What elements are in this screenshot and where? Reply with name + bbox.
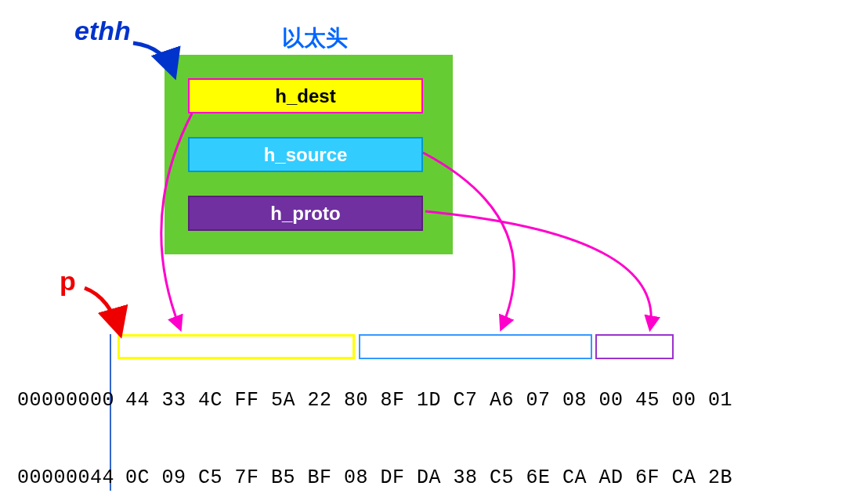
ethh-pointer-label: ethh bbox=[74, 16, 131, 46]
hex-row: 0000000044 33 4C FF 5A 22 80 8F 1D C7 A6… bbox=[17, 387, 732, 413]
field-h-proto: h_proto bbox=[188, 196, 423, 231]
ethernet-header-title: 以太头 bbox=[282, 23, 348, 53]
p-pointer-label: p bbox=[60, 266, 76, 297]
hex-offset: 00000000 bbox=[17, 387, 108, 413]
hex-dump: 0000000044 33 4C FF 5A 22 80 8F 1D C7 A6… bbox=[17, 336, 732, 504]
ethernet-header-struct: h_dest h_source h_proto bbox=[164, 55, 453, 254]
arrow-p-to-hex bbox=[85, 288, 120, 333]
hex-bytes: 0C 09 C5 7F B5 BF 08 DF DA 38 C5 6E CA A… bbox=[125, 466, 732, 489]
field-h-dest: h_dest bbox=[188, 78, 423, 113]
arrow-hproto-to-bytes bbox=[425, 211, 651, 329]
hex-offset: 00000044 bbox=[17, 465, 108, 491]
field-h-source: h_source bbox=[188, 137, 423, 172]
hex-row: 000000440C 09 C5 7F B5 BF 08 DF DA 38 C5… bbox=[17, 465, 732, 491]
hex-bytes: 44 33 4C FF 5A 22 80 8F 1D C7 A6 07 08 0… bbox=[125, 389, 732, 412]
